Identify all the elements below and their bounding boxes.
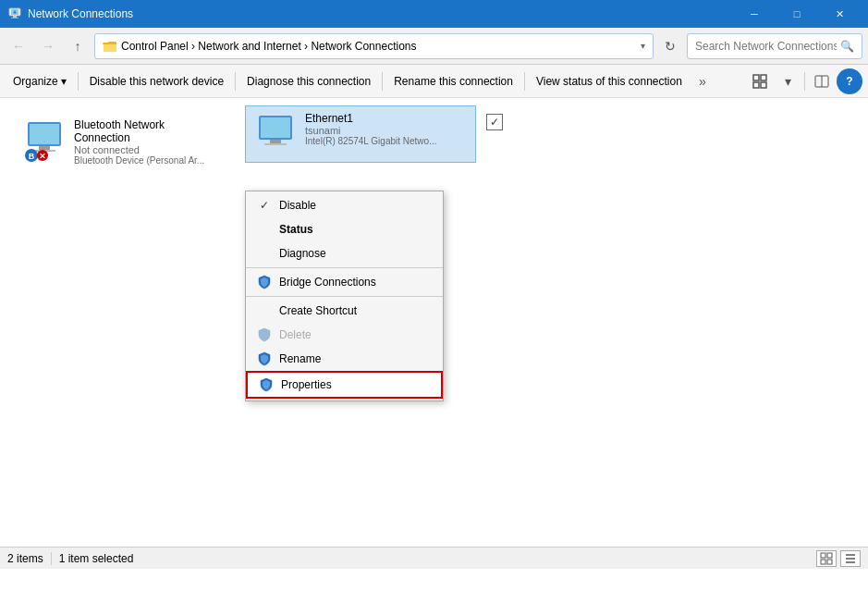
- toolbar-separator-2: [235, 72, 236, 91]
- context-menu-separator-2: [246, 296, 443, 297]
- address-chevron-icon[interactable]: ▾: [641, 41, 645, 51]
- change-your-view-button[interactable]: [747, 68, 773, 94]
- back-button[interactable]: ←: [6, 33, 31, 59]
- rename-connection-button[interactable]: Rename this connection: [386, 68, 520, 94]
- shield-icon-properties: [259, 377, 274, 392]
- bluetooth-item-detail: Bluetooth Device (Personal Ar...: [74, 155, 211, 166]
- item-count: 2 items: [7, 552, 43, 565]
- svg-rect-28: [821, 560, 825, 564]
- svg-rect-9: [761, 75, 766, 80]
- main-area: B ✕ Bluetooth Network Connection Not con…: [0, 98, 868, 569]
- status-separator: [51, 552, 52, 565]
- toolbar-separator-5: [804, 72, 805, 91]
- address-bar: ← → ↑ Control Panel › Network and Intern…: [0, 28, 868, 65]
- title-bar: Network Connections ─ □ ✕: [0, 0, 868, 28]
- forward-button[interactable]: →: [35, 33, 61, 59]
- grid-view-icon: [752, 74, 767, 89]
- minimize-button[interactable]: ─: [733, 0, 776, 28]
- svg-rect-25: [264, 143, 287, 145]
- diagnose-button[interactable]: Diagnose this connection: [239, 68, 378, 94]
- content-area: B ✕ Bluetooth Network Connection Not con…: [0, 98, 868, 569]
- checkmark-icon: ✓: [486, 114, 503, 130]
- bluetooth-network-item[interactable]: B ✕ Bluetooth Network Connection Not con…: [15, 113, 218, 171]
- view-buttons: ▾: [747, 68, 835, 94]
- svg-text:B: B: [29, 152, 35, 161]
- search-icon: 🔍: [840, 40, 854, 53]
- context-menu-create-shortcut[interactable]: Create Shortcut: [246, 299, 443, 323]
- svg-rect-26: [821, 553, 825, 558]
- help-button[interactable]: ?: [837, 68, 862, 94]
- list-icon: [844, 552, 857, 565]
- svg-rect-29: [827, 560, 832, 564]
- bluetooth-icon: B ✕: [22, 118, 67, 163]
- preview-pane-icon: [814, 74, 829, 89]
- context-menu-diagnose[interactable]: Diagnose: [246, 241, 443, 265]
- empty-icon: [257, 246, 272, 261]
- window-title: Network Connections: [28, 7, 133, 20]
- svg-rect-15: [30, 124, 59, 144]
- ethernet-item-detail: Intel(R) 82574L Gigabit Netwo...: [305, 136, 436, 146]
- search-box[interactable]: 🔍: [687, 33, 862, 59]
- shield-icon: [257, 275, 272, 289]
- ethernet-item-name: Ethernet1: [305, 112, 436, 125]
- app-icon: [7, 6, 22, 21]
- svg-rect-16: [39, 146, 50, 150]
- status-grid-view-button[interactable]: [816, 550, 837, 567]
- toolbar-separator-3: [382, 72, 383, 91]
- status-list-view-button[interactable]: [840, 550, 861, 567]
- window-controls: ─ □ ✕: [733, 0, 861, 28]
- search-input[interactable]: [695, 40, 837, 53]
- svg-rect-24: [270, 140, 281, 143]
- context-menu: ✓ Disable Status Diagnose: [245, 191, 444, 401]
- bluetooth-item-status: Not connected: [74, 144, 211, 155]
- selected-count: 1 item selected: [59, 552, 134, 565]
- svg-rect-8: [753, 75, 759, 80]
- context-menu-separator-1: [246, 267, 443, 268]
- maximize-button[interactable]: □: [776, 0, 818, 28]
- empty-icon: [257, 303, 272, 318]
- svg-text:✕: ✕: [39, 152, 46, 161]
- more-toolbar-button[interactable]: »: [691, 68, 714, 94]
- ethernet-network-item[interactable]: Ethernet1 tsunami Intel(R) 82574L Gigabi…: [245, 105, 476, 163]
- svg-rect-10: [753, 82, 759, 88]
- context-menu-delete[interactable]: Delete: [246, 323, 443, 347]
- folder-icon: [103, 39, 117, 54]
- organize-button[interactable]: Organize ▾: [6, 68, 74, 94]
- breadcrumb-text: Control Panel › Network and Internet › N…: [121, 40, 637, 53]
- grid-icon: [820, 552, 833, 565]
- close-button[interactable]: ✕: [818, 0, 861, 28]
- svg-rect-2: [13, 16, 17, 18]
- context-menu-status[interactable]: Status: [246, 217, 443, 241]
- view-status-button[interactable]: View status of this connection: [529, 68, 690, 94]
- svg-rect-3: [11, 18, 18, 18]
- ethernet-icon: [253, 112, 298, 156]
- up-button[interactable]: ↑: [65, 33, 91, 59]
- status-bar: 2 items 1 item selected: [0, 547, 868, 569]
- disable-button[interactable]: Disable this network device: [82, 68, 231, 94]
- status-view-buttons: [816, 550, 861, 567]
- ethernet-item-status: tsunami: [305, 125, 436, 136]
- checkmark-icon: ✓: [257, 198, 272, 213]
- shield-icon-delete: [257, 327, 272, 342]
- refresh-button[interactable]: ↻: [657, 33, 683, 59]
- context-menu-rename[interactable]: Rename: [246, 347, 443, 371]
- view-dropdown-button[interactable]: ▾: [775, 68, 801, 94]
- address-input[interactable]: Control Panel › Network and Internet › N…: [94, 33, 654, 59]
- toolbar-separator-4: [524, 72, 525, 91]
- svg-rect-23: [261, 117, 290, 138]
- shield-icon-rename: [257, 351, 272, 366]
- toolbar: Organize ▾ Disable this network device D…: [0, 65, 868, 98]
- empty-icon: [257, 222, 272, 237]
- context-menu-disable[interactable]: ✓ Disable: [246, 193, 443, 217]
- context-menu-bridge[interactable]: Bridge Connections: [246, 270, 443, 294]
- show-preview-pane-button[interactable]: [809, 68, 835, 94]
- toolbar-separator-1: [78, 72, 79, 91]
- organize-chevron-icon: ▾: [61, 75, 67, 88]
- svg-rect-11: [761, 82, 766, 88]
- context-menu-properties[interactable]: Properties: [246, 371, 443, 399]
- bluetooth-item-name: Bluetooth Network Connection: [74, 118, 211, 144]
- svg-rect-27: [827, 553, 832, 558]
